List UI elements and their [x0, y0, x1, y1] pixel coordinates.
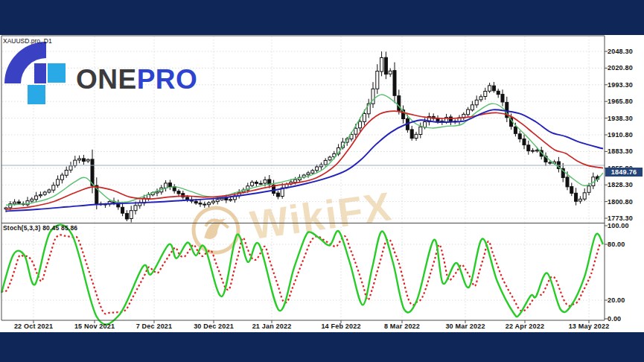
onepro-logo-icon [4, 42, 67, 106]
onepro-logo: ONEPRO [4, 42, 197, 106]
stoch-axis-label: 100.00 [608, 222, 629, 229]
price-axis-label: 1993.30 [608, 81, 633, 89]
date-axis-label: 21 Jan 2022 [246, 323, 298, 330]
date-axis-label: 22 Apr 2022 [499, 323, 551, 330]
date-axis-label: 15 Nov 2021 [68, 323, 121, 330]
price-axis-label: 2048.30 [608, 48, 633, 55]
price-axis-label: 1965.80 [608, 98, 633, 105]
price-axis-label: 1883.30 [608, 147, 633, 155]
price-axis-label: 2020.80 [608, 64, 633, 72]
date-axis-label: 14 Feb 2022 [315, 323, 367, 330]
onepro-logo-text: ONEPRO [76, 55, 197, 93]
price-axis-label: 1910.80 [608, 131, 633, 139]
price-axis-label: 1828.30 [608, 181, 633, 188]
price-axis-label: 1800.80 [608, 198, 633, 206]
date-axis-label: 8 Mar 2022 [376, 323, 428, 330]
date-axis-label: 13 May 2022 [563, 323, 615, 330]
symbol-timeframe-label: XAUUSD.pro, D1 [3, 37, 52, 45]
current-price-badge: 1849.76 [605, 168, 643, 177]
stoch-axis-label: 0.00 [608, 315, 621, 323]
date-axis-label: 7 Dec 2021 [128, 323, 180, 330]
date-axis-label: 22 Oct 2021 [7, 323, 60, 330]
date-axis-label: 30 Mar 2022 [439, 323, 491, 330]
trading-chart-screenshot: WikiFX ONEPRO XAUUSD.pro, D1 Stoch(5,3,3… [0, 0, 644, 362]
stoch-axis-label: 20.00 [608, 296, 625, 304]
logo-pro-label: PRO [137, 64, 198, 95]
date-axis-label: 30 Dec 2021 [188, 323, 240, 330]
logo-one-label: ONE [76, 64, 137, 95]
stoch-axis-label: 80.00 [608, 241, 625, 248]
price-axis-label: 1938.30 [608, 115, 633, 122]
price-axis-label: 1773.30 [608, 215, 633, 222]
stochastic-indicator-label: Stoch(5,3,3) 80.45 85.86 [3, 224, 77, 232]
